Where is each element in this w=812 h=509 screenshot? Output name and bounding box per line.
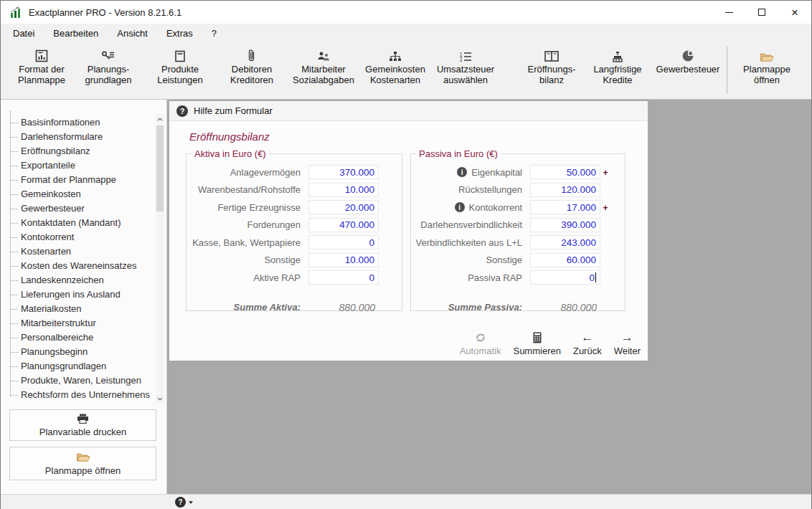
- sonstige-passiva-input[interactable]: 60.000: [530, 253, 600, 267]
- toolbar-label: Kredite: [603, 75, 632, 85]
- menu-extras[interactable]: Extras: [157, 25, 202, 42]
- toolbar-label: Produkte: [161, 64, 199, 75]
- form-panel: ? Hilfe zum Formular Eröffnungsbilanz Ak…: [169, 101, 648, 361]
- toolbar-gemeinkosten-kostenarten[interactable]: GemeinkostenKostenarten: [361, 47, 430, 85]
- sidebar-item-basisinformationen[interactable]: Basisinformationen: [10, 115, 166, 130]
- scroll-up-arrow[interactable]: [156, 114, 164, 124]
- paperclip-icon: [247, 47, 256, 62]
- darlehensverbindlichkeit-input[interactable]: 390.000: [530, 218, 600, 232]
- sidebar-item-planungsgrundlagen[interactable]: Planungsgrundlagen: [10, 359, 166, 374]
- automatik-button[interactable]: Automatik: [460, 331, 501, 356]
- passiva-fieldset: Passiva in Euro (€) iEigenkapital50.000+…: [410, 148, 625, 311]
- field-label: Fertige Erzeugnisse: [187, 202, 308, 213]
- arrow-right-icon: →: [621, 331, 633, 344]
- toolbar-label: Format der: [19, 64, 65, 75]
- forderungen-input[interactable]: 470.000: [308, 218, 379, 232]
- sidebar-item-produkte-waren-leistungen[interactable]: Produkte, Waren, Leistungen: [10, 374, 166, 388]
- sidebar-item-eroeffnungsbilanz[interactable]: Eröffnungsbilanz: [10, 144, 166, 158]
- toolbar-langfristige-kredite[interactable]: LangfristigeKredite: [583, 47, 652, 85]
- scrollbar-thumb[interactable]: [156, 125, 164, 211]
- minimize-icon: [725, 12, 733, 13]
- sidebar-scrollbar[interactable]: [156, 114, 164, 404]
- toolbar-format-der-planmappe[interactable]: Format derPlanmappe: [6, 47, 77, 85]
- auto-refresh-icon: [475, 331, 486, 344]
- sidebar-item-landeskennzeichen[interactable]: Landeskennzeichen: [10, 273, 166, 287]
- sidebar-item-format-der-planmappe[interactable]: Format der Planmappe: [10, 173, 166, 187]
- sidebar: Basisinformationen Darlehensformulare Er…: [1, 100, 167, 494]
- status-help-button[interactable]: ?: [175, 497, 193, 508]
- help-icon[interactable]: ?: [176, 105, 188, 117]
- toolbar-gewerbesteuer[interactable]: Gewerbesteuer: [651, 47, 725, 75]
- planmappe-oeffnen-button[interactable]: Planmappe öffnen: [9, 447, 156, 480]
- toolbar-produkte-leistungen[interactable]: ProdukteLeistungen: [147, 47, 213, 85]
- menu-bearbeiten[interactable]: Bearbeiten: [44, 25, 108, 42]
- weiter-button[interactable]: → Weiter: [614, 331, 641, 356]
- verbindlichkeiten-input[interactable]: 243.000: [530, 235, 600, 249]
- summieren-label: Summieren: [513, 346, 560, 356]
- eigenkapital-input[interactable]: 50.000: [530, 165, 600, 179]
- menu-ansicht[interactable]: Ansicht: [108, 25, 157, 42]
- sidebar-item-materialkosten[interactable]: Materialkosten: [10, 302, 166, 316]
- calculator-icon: [533, 331, 542, 344]
- document-icon: [174, 47, 186, 62]
- field-label: Kontokorrent: [469, 202, 522, 213]
- sidebar-item-gemeinkosten[interactable]: Gemeinkosten: [10, 187, 166, 201]
- toolbar: Format derPlanmappe Planungs-grundlagen …: [1, 42, 811, 100]
- fertige-erzeugnisse-input[interactable]: 20.000: [308, 200, 379, 214]
- toolbar-planmappe-oeffnen[interactable]: Planmappeöffnen: [731, 47, 803, 85]
- toolbar-umsatzsteuer-auswaehlen[interactable]: Umsatzsteuerauswählen: [431, 47, 500, 85]
- sidebar-item-gewerbesteuer[interactable]: Gewerbesteuer: [10, 201, 166, 216]
- toolbar-label: Gewerbesteuer: [656, 64, 720, 75]
- toolbar-separator: [727, 47, 727, 94]
- sidebar-item-rechtsform[interactable]: Rechtsform des Unternehmens: [10, 388, 166, 402]
- planvariable-drucken-button[interactable]: Planvariable drucken: [9, 409, 156, 441]
- aktive-rap-input[interactable]: 0: [308, 270, 379, 285]
- summieren-button[interactable]: Summieren: [513, 331, 560, 356]
- sidebar-item-kosten-des-wareneinsatzes[interactable]: Kosten des Wareneinsatzes: [10, 259, 166, 273]
- info-icon[interactable]: i: [455, 202, 465, 212]
- warenbestand-input[interactable]: 10.000: [308, 183, 379, 197]
- toolbar-debitoren-kreditoren[interactable]: DebitorenKreditoren: [217, 47, 286, 85]
- sidebar-item-lieferungen-ins-ausland[interactable]: Lieferungen ins Ausland: [10, 287, 166, 302]
- kasse-bank-input[interactable]: 0: [308, 235, 379, 249]
- maximize-button[interactable]: [745, 1, 778, 24]
- report-chart-icon: [35, 47, 48, 62]
- sonstige-aktiva-input[interactable]: 10.000: [308, 253, 379, 267]
- sidebar-item-darlehensformulare[interactable]: Darlehensformulare: [10, 130, 166, 144]
- field-label: Aktive RAP: [187, 272, 308, 283]
- sidebar-item-kontaktdaten[interactable]: Kontaktdaten (Mandant): [10, 216, 166, 230]
- sidebar-item-mitarbeiterstruktur[interactable]: Mitarbeiterstruktur: [10, 316, 166, 330]
- eigenkapital-plus: +: [600, 167, 610, 178]
- toolbar-mitarbeiter-sozialabgaben[interactable]: MitarbeiterSozialabgaben: [286, 47, 361, 85]
- sidebar-item-kontokorrent[interactable]: Kontokorrent: [10, 230, 166, 244]
- kontokorrent-input[interactable]: 17.000: [530, 200, 600, 214]
- toolbar-planungsgrundlagen[interactable]: Planungs-grundlagen: [72, 47, 144, 85]
- text-caret: [595, 272, 596, 282]
- sidebar-item-exportanteile[interactable]: Exportanteile: [10, 158, 166, 173]
- toolbar-eroeffnungsbilanz[interactable]: Eröffnungs-bilanz: [516, 47, 587, 85]
- field-label: Verbindlichkeiten aus L+L: [411, 237, 530, 248]
- minimize-button[interactable]: [712, 1, 745, 24]
- menu-datei[interactable]: Datei: [4, 25, 44, 42]
- printer-icon: [77, 414, 89, 424]
- field-label: Warenbestand/Rohstoffe: [187, 184, 308, 195]
- anlagevermoegen-input[interactable]: 370.000: [308, 165, 379, 179]
- help-bar[interactable]: ? Hilfe zum Formular: [169, 101, 648, 121]
- sidebar-item-planungsbeginn[interactable]: Planungsbeginn: [10, 345, 166, 359]
- toolbar-label: Kostenarten: [370, 75, 420, 85]
- field-label: Darlehensverbindlichkeit: [411, 219, 530, 230]
- scroll-down-arrow[interactable]: [156, 394, 164, 404]
- passiva-rap-input[interactable]: 0: [530, 270, 600, 285]
- info-icon[interactable]: i: [457, 167, 467, 177]
- menu-help[interactable]: ?: [202, 25, 226, 42]
- zurueck-button[interactable]: ← Zurück: [573, 331, 602, 356]
- sidebar-item-personalbereiche[interactable]: Personalbereiche: [10, 330, 166, 345]
- close-button[interactable]: ×: [778, 1, 811, 24]
- sidebar-item-kostenarten[interactable]: Kostenarten: [10, 244, 166, 259]
- form-tree: Basisinformationen Darlehensformulare Er…: [10, 115, 166, 402]
- rueckstellungen-input[interactable]: 120.000: [530, 183, 600, 197]
- toolbar-label: Kreditoren: [230, 75, 273, 85]
- workspace: Basisinformationen Darlehensformulare Er…: [1, 100, 811, 494]
- open-folder-icon: [760, 47, 774, 62]
- toolbar-label: bilanz: [539, 75, 564, 85]
